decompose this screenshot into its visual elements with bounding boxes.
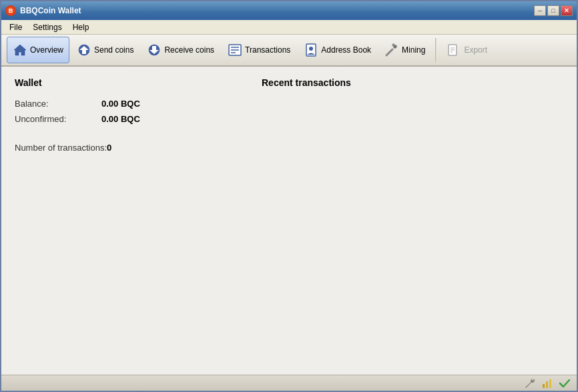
- svg-point-10: [309, 47, 313, 51]
- wallet-title: Wallet: [15, 77, 248, 88]
- home-icon: [13, 43, 27, 57]
- transactions-count-label: Number of transactions:: [15, 143, 107, 153]
- send-coins-label: Send coins: [94, 45, 133, 55]
- recent-transactions-title: Recent transactions: [262, 77, 563, 88]
- transactions-label: Transactions: [245, 45, 290, 55]
- address-book-label: Address Book: [321, 45, 371, 55]
- chart-icon: [541, 377, 554, 390]
- receive-coins-icon: [147, 43, 162, 57]
- balance-row: Balance: 0.00 BQC: [15, 99, 248, 109]
- balance-label: Balance:: [15, 99, 101, 109]
- receive-coins-label: Receive coins: [164, 45, 214, 55]
- restore-button[interactable]: □: [547, 5, 559, 16]
- wrench-icon: [523, 377, 537, 390]
- toolbar-mining-button[interactable]: Mining: [378, 37, 431, 63]
- unconfirmed-label: Unconfirmed:: [15, 114, 101, 124]
- transactions-icon: [228, 43, 242, 57]
- transactions-count-value: 0: [107, 143, 111, 153]
- window-title: BBQCoin Wallet: [20, 6, 81, 15]
- wallet-panel: Wallet Balance: 0.00 BQC Unconfirmed: 0.…: [15, 77, 248, 364]
- toolbar-export-button[interactable]: Export: [441, 37, 493, 63]
- send-coins-icon: [77, 43, 91, 57]
- svg-line-11: [386, 49, 392, 55]
- menu-settings[interactable]: Settings: [27, 21, 67, 33]
- content-area: Wallet Balance: 0.00 BQC Unconfirmed: 0.…: [1, 67, 577, 375]
- title-bar-buttons: ─ □ ✕: [534, 5, 573, 16]
- toolbar-separator: [435, 38, 437, 62]
- unconfirmed-value: 0.00 BQC: [101, 114, 140, 124]
- title-bar: B BBQCoin Wallet ─ □ ✕: [1, 1, 577, 20]
- toolbar-address-book-button[interactable]: Address Book: [298, 37, 377, 63]
- export-label: Export: [464, 45, 487, 55]
- toolbar-send-coins-button[interactable]: Send coins: [71, 37, 139, 63]
- svg-rect-18: [543, 384, 545, 388]
- toolbar: Overview Send coins: [1, 35, 577, 67]
- svg-rect-20: [549, 379, 551, 388]
- title-bar-left: B BBQCoin Wallet: [5, 5, 81, 16]
- app-icon: B: [5, 5, 16, 16]
- mining-label: Mining: [402, 45, 425, 55]
- menu-bar: File Settings Help: [1, 20, 577, 35]
- transactions-count-row: Number of transactions: 0: [15, 143, 248, 153]
- overview-label: Overview: [30, 45, 63, 55]
- toolbar-transactions-button[interactable]: Transactions: [222, 37, 296, 63]
- toolbar-receive-coins-button[interactable]: Receive coins: [141, 37, 220, 63]
- balance-value: 0.00 BQC: [101, 99, 140, 109]
- check-icon: [558, 377, 571, 390]
- svg-marker-0: [14, 45, 26, 55]
- main-panel: Wallet Balance: 0.00 BQC Unconfirmed: 0.…: [1, 67, 577, 375]
- status-bar: [1, 375, 577, 391]
- mining-icon: [384, 43, 399, 57]
- svg-rect-19: [546, 381, 548, 388]
- close-button[interactable]: ✕: [561, 5, 573, 16]
- address-book-icon: [304, 43, 318, 57]
- menu-help[interactable]: Help: [67, 21, 95, 33]
- minimize-button[interactable]: ─: [534, 5, 546, 16]
- unconfirmed-row: Unconfirmed: 0.00 BQC: [15, 114, 248, 124]
- menu-file[interactable]: File: [4, 21, 27, 33]
- export-icon: [447, 43, 461, 57]
- main-window: B BBQCoin Wallet ─ □ ✕ File Settings Hel…: [0, 0, 578, 392]
- toolbar-overview-button[interactable]: Overview: [7, 37, 69, 63]
- recent-transactions-panel: Recent transactions: [262, 77, 563, 364]
